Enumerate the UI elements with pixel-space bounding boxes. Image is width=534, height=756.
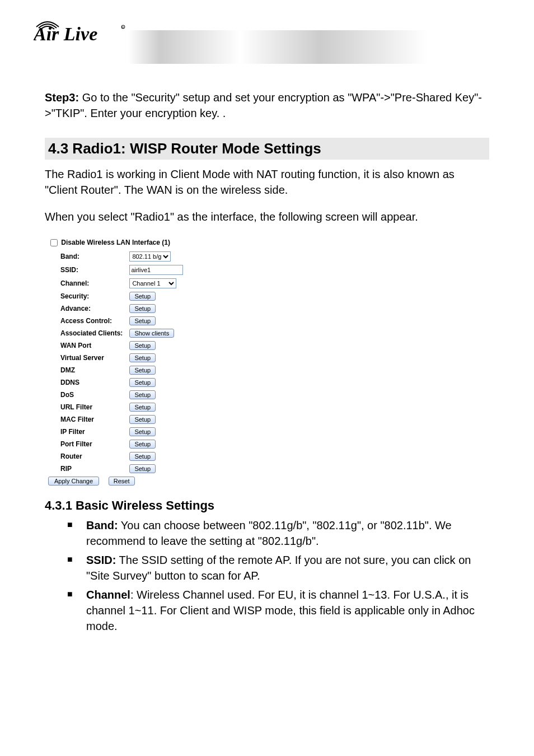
rip-setup-button[interactable]: Setup [129, 464, 156, 473]
ssid-input[interactable] [129, 265, 183, 275]
access-control-label: Access Control: [45, 315, 126, 327]
step3-label: Step3: [45, 91, 79, 104]
channel-label: Channel: [45, 277, 126, 290]
dos-setup-button[interactable]: Setup [129, 390, 156, 399]
page-header: Air Live R [0, 0, 534, 62]
url-filter-setup-button[interactable]: Setup [129, 403, 156, 412]
ddns-setup-button[interactable]: Setup [129, 378, 156, 387]
apply-change-button[interactable]: Apply Change [48, 477, 99, 486]
dmz-setup-button[interactable]: Setup [129, 366, 156, 375]
logo: Air Live R [0, 0, 534, 47]
router-setup-button[interactable]: Setup [129, 452, 156, 461]
ddns-label: DDNS [45, 376, 126, 389]
rip-label: RIP [45, 463, 126, 475]
security-label: Security: [45, 290, 126, 302]
url-filter-label: URL Filter [45, 401, 126, 413]
router-label: Router [45, 450, 126, 463]
wan-port-setup-button[interactable]: Setup [129, 341, 156, 350]
step3-text: Go to the "Security" setup and set your … [45, 91, 482, 119]
list-item: Band: You can choose between "802.11g/b"… [67, 517, 489, 549]
dos-label: DoS [45, 389, 126, 401]
mac-filter-label: MAC Filter [45, 413, 126, 426]
subsection-title: 4.3.1 Basic Wireless Settings [45, 498, 489, 513]
ip-filter-label: IP Filter [45, 426, 126, 438]
section-para1: The Radio1 is working in Client Mode wit… [45, 166, 489, 198]
list-item: Channel: Wireless Channel used. For EU, … [67, 587, 489, 634]
dmz-label: DMZ [45, 364, 126, 376]
channel-bullet-text: : Wireless Channel used. For EU, it is c… [86, 589, 475, 632]
ssid-bullet-text: The SSID setting of the remote AP. If yo… [86, 554, 471, 582]
band-bullet-label: Band: [86, 519, 118, 531]
section-title: 4.3 Radio1: WISP Router Mode Settings [45, 138, 489, 160]
ip-filter-setup-button[interactable]: Setup [129, 427, 156, 436]
band-select[interactable]: 802.11 b/g [129, 251, 171, 262]
port-filter-setup-button[interactable]: Setup [129, 440, 156, 449]
mac-filter-setup-button[interactable]: Setup [129, 415, 156, 424]
step3-paragraph: Step3: Go to the "Security" setup and se… [45, 90, 489, 121]
security-setup-button[interactable]: Setup [129, 292, 156, 301]
advance-label: Advance: [45, 302, 126, 315]
svg-text:R: R [121, 26, 124, 29]
disable-wlan-label: Disable Wireless LAN Interface (1) [61, 239, 170, 246]
section-para2: When you select "Radio1" as the interfac… [45, 209, 489, 225]
band-label: Band: [45, 250, 126, 263]
disable-wlan-checkbox[interactable] [50, 239, 58, 246]
list-item: SSID: The SSID setting of the remote AP.… [67, 552, 489, 584]
channel-select[interactable]: Channel 1 [129, 278, 176, 288]
reset-button[interactable]: Reset [109, 477, 135, 486]
advance-setup-button[interactable]: Setup [129, 304, 156, 313]
basic-settings-list: Band: You can choose between "802.11g/b"… [45, 517, 489, 634]
port-filter-label: Port Filter [45, 438, 126, 450]
virtual-server-setup-button[interactable]: Setup [129, 353, 156, 362]
associated-clients-label: Associated Clients: [45, 327, 126, 339]
access-control-setup-button[interactable]: Setup [129, 316, 156, 325]
ssid-label: SSID: [45, 263, 126, 277]
svg-text:Air Live: Air Live [34, 24, 97, 44]
airlive-logo-icon: Air Live R [34, 11, 129, 45]
wan-port-label: WAN Port [45, 339, 126, 352]
band-bullet-text: You can choose between "802.11g/b", "802… [86, 519, 452, 547]
ssid-bullet-label: SSID: [86, 554, 116, 566]
show-clients-button[interactable]: Show clients [129, 329, 174, 338]
wireless-settings-form: Disable Wireless LAN Interface (1) Band:… [45, 236, 489, 487]
channel-bullet-label: Channel [86, 589, 130, 601]
virtual-server-label: Virtual Server [45, 352, 126, 364]
